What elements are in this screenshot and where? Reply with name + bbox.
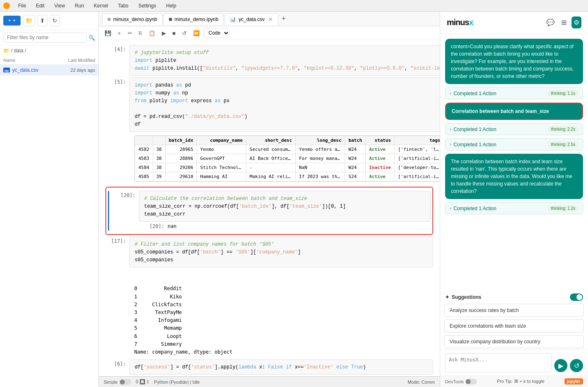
cell-5: [5]: import pandas as pd import numpy as… <box>105 77 433 185</box>
send-button[interactable]: ▶ <box>554 359 567 372</box>
settings-icon-button[interactable]: ⚙ <box>572 16 581 28</box>
cell-20: [20]: # Calculate the correlation betwee… <box>108 191 431 231</box>
action-row-4[interactable]: › Completed 1 Action thinking: 1.2s <box>445 202 583 214</box>
tab-yc-data[interactable]: 📊 yc_data.csv ✕ <box>224 13 278 26</box>
jupyter-badge: jupyter <box>565 378 583 385</box>
suggestion-2[interactable]: Explore correlations with team size <box>444 319 584 333</box>
cell-input-6[interactable]: df['success'] = df['status'].apply(lambd… <box>129 359 433 375</box>
menu-kernel[interactable]: Kernel <box>92 2 110 9</box>
table-cell: If 2023 was the year of AI POCs, 2024 is… <box>296 172 345 181</box>
table-cell: For money managers to raise their next b… <box>296 154 345 163</box>
menu-run[interactable]: Run <box>73 2 86 9</box>
new-button[interactable]: + + <box>3 16 21 26</box>
menu-file[interactable]: File <box>16 2 28 9</box>
action-row-3[interactable]: › Completed 1 Action thinking: 2.5s <box>445 138 583 150</box>
table-cell: 4582 <box>135 145 153 154</box>
cut-button[interactable]: ✂ <box>125 29 135 38</box>
data-table: batch_idx company_name short_desc long_d… <box>134 135 440 182</box>
mode-info: Mode: Comm <box>408 380 435 385</box>
devtools-toggle-track[interactable] <box>465 379 477 385</box>
tab-label-3: yc_data.csv <box>238 16 264 22</box>
restart-button[interactable]: ↺ <box>180 29 189 38</box>
suggestion-1[interactable]: Analyze success rates by batch <box>444 304 584 317</box>
breadcrumb: 📁 / data / <box>0 45 98 56</box>
tab-bar: minusx_demo.ipynb minusx_demo.ipynb 📊 yc… <box>99 12 440 26</box>
chat-icon-button[interactable]: 💬 <box>545 17 556 28</box>
table-cell: 38 <box>153 154 165 163</box>
cell-output-5: batch_idx company_name short_desc long_d… <box>129 132 440 185</box>
refresh-button[interactable]: ↻ <box>50 15 60 26</box>
menu-settings[interactable]: Settings <box>137 2 158 9</box>
chat-message-2: The correlation between batch index and … <box>445 154 583 199</box>
search-input[interactable] <box>3 33 87 42</box>
cell-6: [6]: df['success'] = df['status'].apply(… <box>105 359 433 375</box>
notebook-content: [4]: # jupyterlite setup stuff import pi… <box>99 40 440 376</box>
sidebar: + + 📁 ⬆ ↻ 🔍 📁 / data / Name Last Modifie… <box>0 12 99 387</box>
menu-help[interactable]: Help <box>164 2 178 9</box>
run-button[interactable]: ▶ <box>159 29 168 38</box>
menu-view[interactable]: View <box>53 2 67 9</box>
cell-input-4[interactable]: # jupyterlite setup stuff import piplite… <box>129 45 440 76</box>
table-cell: 28965 <box>165 145 197 154</box>
table-cell: Active <box>366 145 394 154</box>
csv-file-icon <box>3 68 10 73</box>
table-cell: 39 <box>153 172 165 181</box>
table-cell: 4584 <box>135 163 153 172</box>
th-batch: batch <box>345 136 366 145</box>
table-row: 45843829206Stitch Technologies-NaNW24Ina… <box>135 163 440 172</box>
refresh-button[interactable]: ↺ <box>570 359 583 372</box>
modified-col-header: Last Modified <box>68 58 95 63</box>
menu-edit[interactable]: Edit <box>34 2 46 9</box>
chat-message-1: content=Could you please clarify what sp… <box>445 39 583 84</box>
action-label-2: Completed 1 Action <box>453 127 496 132</box>
cell-output-17: 0 Reddit1 Kiko2 Clickfacts3 TextPayMe4 I… <box>129 267 433 358</box>
list-item: 2 Clickfacts <box>134 301 433 309</box>
cell-prompt-4: [4]: <box>105 45 126 76</box>
suggestions-icon: ✦ <box>445 294 449 300</box>
download-button[interactable]: ⬆ <box>37 15 47 26</box>
file-list-header: Name Last Modified <box>0 56 98 65</box>
fast-forward-button[interactable]: ⏩ <box>191 29 202 38</box>
thinking-badge-1: thinking: 1.1s <box>548 90 579 96</box>
panel-footer: DevTools Pro Tip: ⌘ + k to toggle jupyte… <box>440 375 588 387</box>
tab-minusx-demo-1[interactable]: minusx_demo.ipynb <box>102 14 163 25</box>
suggestion-3[interactable]: Visualize company distribution by countr… <box>444 335 584 348</box>
file-item-yc-data[interactable]: yc_data.csv 22 days ago <box>0 65 98 75</box>
output-prompt-20: [20]: <box>144 223 164 229</box>
table-cell: AI Back Office for Private Funds <box>246 154 296 163</box>
table-cell: Secured consumer lending in India <box>246 145 296 154</box>
copy-button[interactable]: ⎘ <box>136 29 145 38</box>
list-item: 7 Simmery <box>134 340 433 348</box>
chat-input[interactable] <box>445 353 552 372</box>
layout-icon-button[interactable]: ⊞ <box>560 17 568 28</box>
suggestions-toggle[interactable] <box>570 293 583 301</box>
table-cell: NaN <box>296 163 345 172</box>
action-row-1[interactable]: › Completed 1 Action thinking: 1.1s <box>445 87 583 99</box>
suggestions-header: ✦ Suggestions <box>440 290 588 303</box>
table-cell: - <box>246 163 296 172</box>
devtools-toggle[interactable]: DevTools <box>445 379 477 385</box>
save-button[interactable]: 💾 <box>102 29 114 38</box>
cell-input-5[interactable]: import pandas as pd import numpy as np f… <box>129 77 440 132</box>
add-tab-button[interactable]: + <box>279 14 289 23</box>
list-item: 0 Reddit <box>134 285 433 293</box>
tab-minusx-demo-2[interactable]: minusx_demo.ipynb <box>163 14 224 25</box>
menu-tabs[interactable]: Tabs <box>117 2 130 9</box>
add-cell-button[interactable]: + <box>115 29 124 38</box>
folder-icon: 📁 <box>3 48 9 54</box>
simple-toggle-track[interactable] <box>119 379 131 385</box>
action-row-2[interactable]: › Completed 1 Action thinking: 2.2s <box>445 123 583 135</box>
th-tags: tags <box>394 136 440 145</box>
paste-button[interactable]: 📋 <box>146 29 158 38</box>
simple-toggle[interactable]: Simple <box>104 379 131 385</box>
cell-type-select[interactable]: Code <box>204 28 230 38</box>
list-item: 1 Kiko <box>134 293 433 301</box>
stop-button[interactable]: ■ <box>170 29 178 38</box>
table-cell: ['fintech', 'lending', 'consumer-finance… <box>394 145 440 154</box>
upload-button[interactable]: 📁 <box>23 15 35 26</box>
table-cell: Hamming AI <box>197 172 246 181</box>
cell-input-17[interactable]: # Filter and list company names for batc… <box>129 237 433 267</box>
cell-4: [4]: # jupyterlite setup stuff import pi… <box>105 45 433 76</box>
cell-input-20[interactable]: # Calculate the correlation between batc… <box>139 191 431 222</box>
tab-close-3[interactable]: ✕ <box>268 16 273 23</box>
